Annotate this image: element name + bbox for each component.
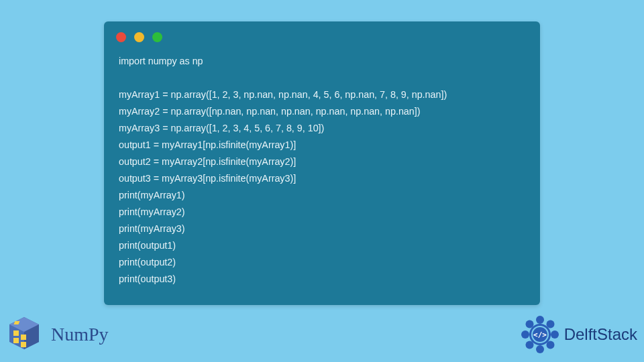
code-block: import numpy as np myArray1 = np.array([… [104,49,540,305]
svg-rect-5 [21,335,26,340]
delftstack-label: DelftStack [564,325,637,344]
code-line: myArray3 = np.array([1, 2, 3, 4, 5, 6, 7… [119,123,324,133]
delftstack-logo: </> DelftStack [520,314,637,355]
svg-rect-3 [13,330,19,336]
numpy-label: NumPy [51,324,109,345]
code-window: import numpy as np myArray1 = np.array([… [104,21,540,305]
code-line: print(myArray2) [119,206,185,217]
code-line: myArray2 = np.array([np.nan, np.nan, np.… [119,106,420,117]
svg-rect-6 [21,342,26,347]
delftstack-badge-icon: </> [520,314,560,355]
svg-point-12 [536,345,544,353]
code-line: print(myArray3) [119,223,185,234]
svg-point-10 [551,330,559,339]
svg-point-8 [536,316,544,324]
code-line: output2 = myArray2[np.isfinite(myArray2)… [119,156,296,167]
minimize-dot-icon [134,32,144,42]
window-controls [104,21,540,49]
code-line: import numpy as np [119,56,203,66]
numpy-cube-icon [4,314,44,355]
code-line: print(output1) [119,240,176,251]
svg-rect-4 [13,338,19,343]
code-line: print(myArray1) [119,190,185,200]
code-line: output1 = myArray1[np.isfinite(myArray1)… [119,139,296,150]
svg-point-14 [521,330,529,339]
code-line: print(output3) [119,274,176,284]
close-dot-icon [116,32,126,42]
code-line: print(output2) [119,257,176,267]
numpy-logo: NumPy [4,314,109,355]
maximize-dot-icon [152,32,162,42]
code-line: myArray1 = np.array([1, 2, 3, np.nan, np… [119,89,447,100]
svg-text:</>: </> [533,330,547,339]
code-line: output3 = myArray3[np.isfinite(myArray3)… [119,173,296,184]
footer: NumPy [0,308,644,361]
